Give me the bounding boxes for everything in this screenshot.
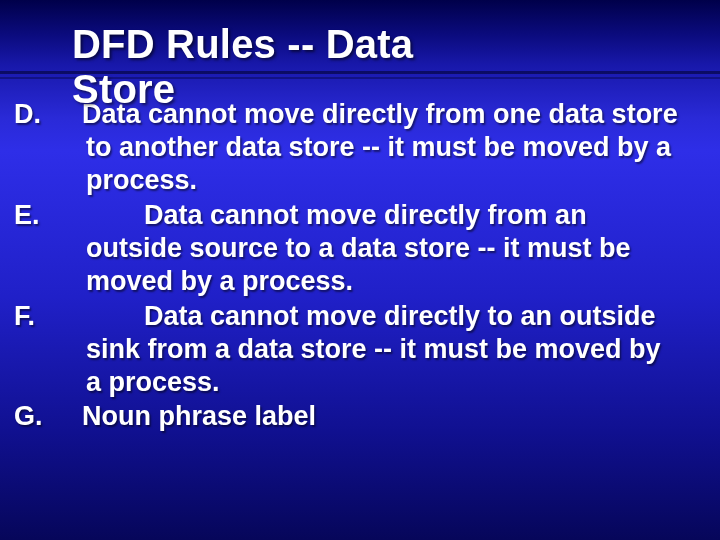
item-marker: F. xyxy=(50,300,114,333)
list-item: E. Data cannot move directly from an out… xyxy=(50,199,680,298)
item-text: Data cannot move directly to an outside … xyxy=(86,301,661,397)
list-item: D.Data cannot move directly from one dat… xyxy=(50,98,680,197)
title-line-1: DFD Rules -- Data xyxy=(72,22,413,66)
list-item: F. Data cannot move directly to an outsi… xyxy=(50,300,680,399)
item-marker: G. xyxy=(50,400,82,433)
item-text: Noun phrase label xyxy=(82,401,316,431)
item-text: Data cannot move directly from one data … xyxy=(82,99,678,195)
body-text: D.Data cannot move directly from one dat… xyxy=(50,98,680,435)
item-marker: E. xyxy=(50,199,114,232)
title-line-2: Store xyxy=(72,67,680,112)
title-block: DFD Rules -- Data Store xyxy=(72,22,680,112)
slide: DFD Rules -- Data Store D.Data cannot mo… xyxy=(0,0,720,540)
list-item: G.Noun phrase label xyxy=(50,400,680,433)
slide-title: DFD Rules -- Data Store xyxy=(72,22,680,112)
item-text: Data cannot move directly from an outsid… xyxy=(86,200,631,296)
